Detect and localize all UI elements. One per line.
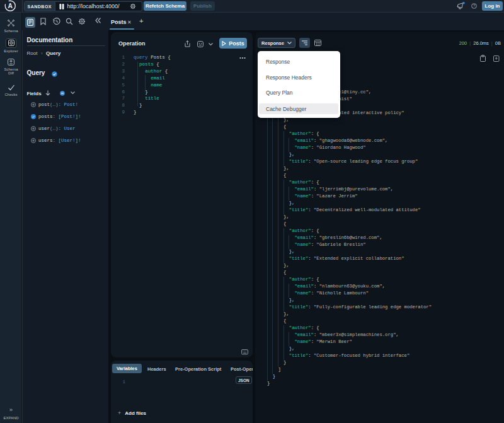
svg-text:A: A	[8, 3, 13, 9]
svg-text:?: ?	[473, 4, 475, 8]
